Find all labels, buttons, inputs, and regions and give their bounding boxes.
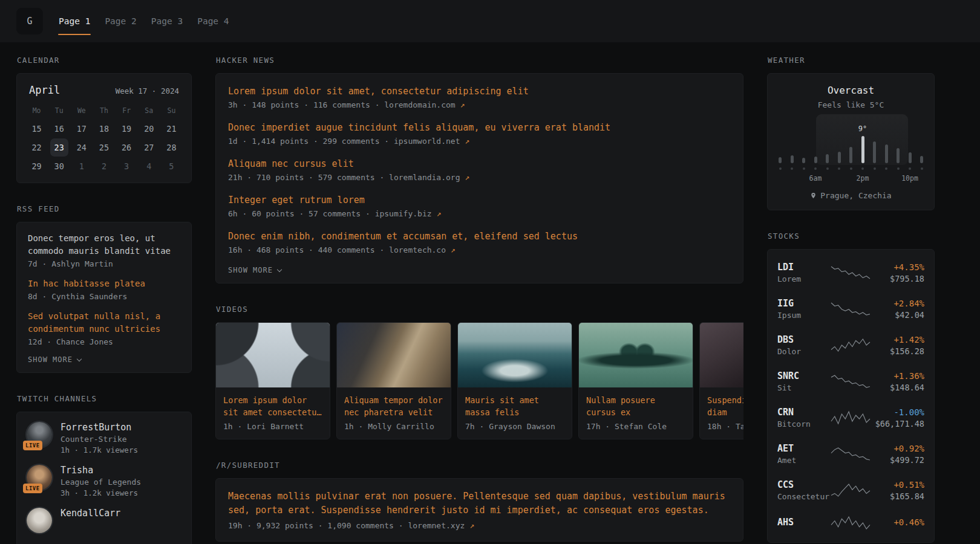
video-card[interactable]: Aliquam tempor dolor nec pharetra velit … <box>336 322 451 439</box>
weather-bar <box>791 155 794 163</box>
stock-change: +4.35% <box>870 262 924 272</box>
subreddit-post-title[interactable]: Maecenas mollis pulvinar erat non posuer… <box>228 490 731 517</box>
hn-item-title[interactable]: Aliquam nec cursus elit <box>228 157 731 170</box>
video-meta: 18h · Tara Nash <box>700 418 743 439</box>
channel-avatar[interactable]: LIVE <box>27 422 52 447</box>
external-link-icon[interactable]: ↗ <box>451 245 456 254</box>
stock-name: Amet <box>777 456 831 465</box>
stock-sparkline <box>831 516 870 530</box>
weather-baseline-dot <box>874 167 876 170</box>
app-logo[interactable]: G <box>16 8 43 34</box>
channel-name[interactable]: KendallCarr <box>60 508 120 519</box>
video-card[interactable]: Nullam posuere cursus ex 17h · Stefan Co… <box>578 322 693 439</box>
hn-meta-text: 3h · 148 points · 116 comments · loremdo… <box>228 100 456 109</box>
stock-row[interactable]: AETAmet +0.92%$499.72 <box>776 436 926 472</box>
calendar-day-header: Th <box>93 102 115 119</box>
rss-item-title[interactable]: Sed volutpat nulla nisl, a condimentum n… <box>28 310 180 335</box>
stock-symbol: AHS <box>777 517 831 528</box>
stock-symbol: IIG <box>777 298 831 309</box>
video-title[interactable]: Aliquam tempor dolor nec pharetra velit <box>337 387 451 418</box>
hn-item-title[interactable]: Donec enim nibh, condimentum et accumsan… <box>228 230 731 243</box>
right-column: WEATHER Overcast Feels like 5°C 9° 6am2p… <box>767 56 935 544</box>
weather-bar <box>849 147 852 163</box>
channel-avatar[interactable]: LIVE <box>27 508 52 533</box>
hackernews-card: Lorem ipsum dolor sit amet, consectetur … <box>215 73 743 283</box>
video-title[interactable]: Mauris sit amet massa felis <box>458 387 572 418</box>
tab-page-4[interactable]: Page 4 <box>190 0 236 42</box>
rss-item-title[interactable]: In hac habitasse platea <box>28 277 180 290</box>
video-thumbnail[interactable] <box>458 323 572 387</box>
weather-baseline-dot <box>803 167 805 170</box>
hn-meta-text: 16h · 468 points · 440 comments · loremt… <box>228 245 446 254</box>
video-title[interactable]: Lorem ipsum dolor sit amet consectetur a… <box>216 387 330 418</box>
external-link-icon[interactable]: ↗ <box>469 521 474 530</box>
topbar: G Page 1 Page 2 Page 3 Page 4 <box>0 0 980 42</box>
stock-row[interactable]: DBSDolor +1.42%$156.28 <box>776 327 926 363</box>
stock-row[interactable]: SNRCSit +1.36%$148.64 <box>776 363 926 400</box>
hn-show-more-button[interactable]: SHOW MORE <box>228 266 731 274</box>
weather-hour-label: 6am <box>809 174 822 183</box>
tab-page-3[interactable]: Page 3 <box>144 0 190 42</box>
calendar-day: 21 <box>162 120 180 138</box>
stock-row[interactable]: CCSConsectetur +0.51%$165.84 <box>776 472 926 508</box>
calendar-day: 24 <box>73 138 91 157</box>
hn-item-title[interactable]: Lorem ipsum dolor sit amet, consectetur … <box>228 85 731 98</box>
weather-bar-column <box>908 152 912 170</box>
hn-item: Aliquam nec cursus elit 21h · 710 points… <box>228 157 731 182</box>
stock-change: +0.92% <box>870 444 924 453</box>
stock-row[interactable]: AHS +0.46% <box>776 508 926 537</box>
calendar-day: 1 <box>73 157 91 175</box>
calendar-day-header: Mo <box>25 102 48 119</box>
stock-change: +0.51% <box>870 480 924 490</box>
twitch-channel-row[interactable]: LIVE Trisha League of Legends 3h · 1.2k … <box>27 465 181 497</box>
video-card[interactable]: Mauris sit amet massa felis 7h · Grayson… <box>457 322 572 439</box>
weather-bar <box>814 157 817 163</box>
weather-chart: 9° <box>779 123 924 170</box>
hn-item-meta: 21h · 710 points · 579 comments · loreml… <box>228 173 731 182</box>
weather-bar <box>920 156 923 163</box>
rss-item: Sed volutpat nulla nisl, a condimentum n… <box>28 310 180 346</box>
tab-page-2[interactable]: Page 2 <box>97 0 143 42</box>
video-card[interactable]: Lorem ipsum dolor sit amet consectetur a… <box>215 322 330 439</box>
video-card[interactable]: Suspendisse potenti diam 18h · Tara Nash <box>699 322 743 439</box>
stock-row[interactable]: LDILorem +4.35%$795.18 <box>776 254 926 291</box>
channel-name[interactable]: ForrestBurton <box>60 422 138 433</box>
weather-baseline-dot <box>897 167 900 170</box>
weather-peak-temp: 9° <box>858 125 867 133</box>
external-link-icon[interactable]: ↗ <box>436 209 441 218</box>
rss-show-more-button[interactable]: SHOW MORE <box>28 355 180 364</box>
weather-bar <box>802 158 805 163</box>
weather-bar <box>885 144 888 163</box>
hackernews-widget: HACKER NEWS Lorem ipsum dolor sit amet, … <box>215 56 743 283</box>
twitch-channel-row[interactable]: LIVE KendallCarr <box>27 508 181 533</box>
live-badge: LIVE <box>23 484 42 493</box>
twitch-channel-row[interactable]: LIVE ForrestBurton Counter-Strike 1h · 1… <box>27 422 181 455</box>
video-title[interactable]: Nullam posuere cursus ex <box>579 387 693 418</box>
hn-item: Donec enim nibh, condimentum et accumsan… <box>228 230 731 254</box>
video-thumbnail[interactable] <box>579 323 693 387</box>
stock-row[interactable]: CRNBitcorn -1.00%$66,171.48 <box>776 400 926 436</box>
weather-bar-column <box>897 148 900 170</box>
calendar-day: 28 <box>162 138 180 157</box>
video-meta: 17h · Stefan Cole <box>579 418 693 439</box>
hn-item-title[interactable]: Donec imperdiet augue tincidunt felis al… <box>228 121 731 134</box>
calendar-card: April Week 17 · 2024 MoTuWeThFrSaSu15161… <box>16 73 192 183</box>
show-more-label: SHOW MORE <box>28 355 73 364</box>
rss-card: Donec tempor eros leo, ut commodo mauris… <box>16 222 192 373</box>
external-link-icon[interactable]: ↗ <box>465 173 469 182</box>
rss-item-title[interactable]: Donec tempor eros leo, ut commodo mauris… <box>28 232 180 257</box>
video-thumbnail[interactable] <box>337 323 451 387</box>
external-link-icon[interactable]: ↗ <box>460 100 465 109</box>
channel-name[interactable]: Trisha <box>60 465 141 476</box>
tab-page-1[interactable]: Page 1 <box>51 0 97 42</box>
hn-item-title[interactable]: Integer eget rutrum lorem <box>228 193 731 207</box>
stock-change: +1.36% <box>870 371 924 381</box>
external-link-icon[interactable]: ↗ <box>465 137 469 146</box>
video-thumbnail[interactable] <box>216 323 330 387</box>
video-thumbnail[interactable] <box>700 323 743 387</box>
stock-sparkline <box>831 302 870 316</box>
stock-row[interactable]: IIGIpsum +2.84%$42.04 <box>776 291 926 327</box>
video-title[interactable]: Suspendisse potenti diam <box>700 387 743 418</box>
channel-avatar[interactable]: LIVE <box>27 465 52 490</box>
weather-baseline-dot <box>826 167 829 170</box>
